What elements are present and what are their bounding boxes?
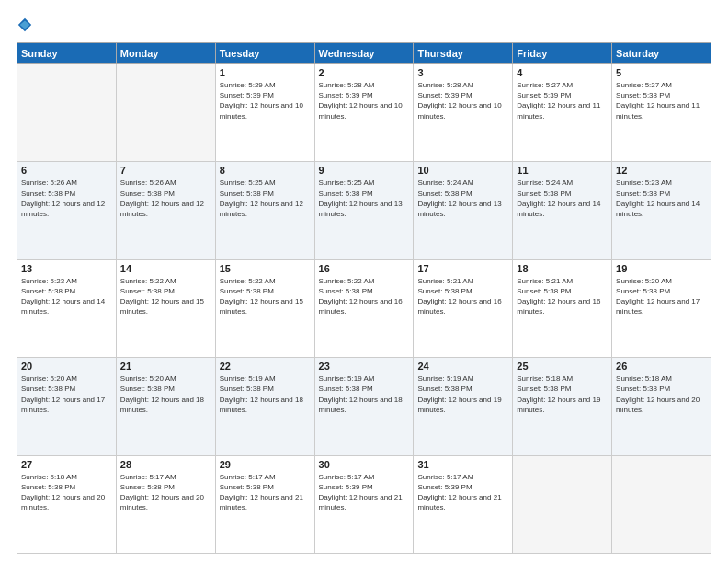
weekday-tuesday: Tuesday [215, 43, 314, 64]
calendar-cell: 6Sunrise: 5:26 AMSunset: 5:38 PMDaylight… [17, 162, 117, 259]
calendar-cell: 8Sunrise: 5:25 AMSunset: 5:38 PMDaylight… [215, 162, 314, 259]
day-number: 20 [21, 361, 112, 372]
weekday-wednesday: Wednesday [314, 43, 414, 64]
day-detail: Sunrise: 5:23 AMSunset: 5:38 PMDaylight:… [616, 178, 707, 219]
day-number: 5 [616, 67, 707, 78]
calendar-cell: 26Sunrise: 5:18 AMSunset: 5:38 PMDayligh… [612, 358, 711, 455]
page: SundayMondayTuesdayWednesdayThursdayFrid… [0, 0, 728, 563]
day-detail: Sunrise: 5:28 AMSunset: 5:39 PMDaylight:… [417, 80, 508, 121]
calendar-cell [612, 455, 711, 553]
day-detail: Sunrise: 5:23 AMSunset: 5:38 PMDaylight:… [21, 276, 112, 317]
day-detail: Sunrise: 5:18 AMSunset: 5:38 PMDaylight:… [21, 472, 112, 513]
day-number: 3 [417, 67, 508, 78]
calendar-cell: 3Sunrise: 5:28 AMSunset: 5:39 PMDaylight… [414, 64, 513, 162]
calendar-cell: 16Sunrise: 5:22 AMSunset: 5:38 PMDayligh… [314, 259, 414, 357]
day-detail: Sunrise: 5:27 AMSunset: 5:39 PMDaylight:… [517, 80, 608, 121]
calendar-table: SundayMondayTuesdayWednesdayThursdayFrid… [17, 42, 711, 554]
day-number: 6 [21, 165, 112, 176]
day-detail: Sunrise: 5:22 AMSunset: 5:38 PMDaylight:… [319, 276, 410, 317]
weekday-sunday: Sunday [17, 43, 117, 64]
calendar-cell: 2Sunrise: 5:28 AMSunset: 5:39 PMDaylight… [314, 64, 414, 162]
weekday-thursday: Thursday [414, 43, 513, 64]
day-detail: Sunrise: 5:20 AMSunset: 5:38 PMDaylight:… [120, 373, 211, 415]
weekday-saturday: Saturday [612, 43, 711, 64]
calendar-cell: 12Sunrise: 5:23 AMSunset: 5:38 PMDayligh… [612, 162, 711, 259]
calendar-cell [116, 64, 215, 162]
day-number: 2 [319, 67, 410, 78]
day-detail: Sunrise: 5:19 AMSunset: 5:38 PMDaylight:… [319, 373, 410, 415]
day-detail: Sunrise: 5:22 AMSunset: 5:38 PMDaylight:… [120, 276, 211, 317]
week-row-5: 27Sunrise: 5:18 AMSunset: 5:38 PMDayligh… [17, 455, 711, 553]
day-detail: Sunrise: 5:29 AMSunset: 5:39 PMDaylight:… [220, 80, 311, 121]
calendar-cell: 4Sunrise: 5:27 AMSunset: 5:39 PMDaylight… [513, 64, 612, 162]
calendar-cell: 5Sunrise: 5:27 AMSunset: 5:38 PMDaylight… [612, 64, 711, 162]
day-detail: Sunrise: 5:26 AMSunset: 5:38 PMDaylight:… [21, 178, 112, 219]
day-detail: Sunrise: 5:25 AMSunset: 5:38 PMDaylight:… [220, 178, 311, 219]
day-detail: Sunrise: 5:28 AMSunset: 5:39 PMDaylight:… [319, 80, 410, 121]
day-number: 14 [120, 263, 211, 274]
weekday-header-row: SundayMondayTuesdayWednesdayThursdayFrid… [17, 43, 711, 64]
week-row-1: 1Sunrise: 5:29 AMSunset: 5:39 PMDaylight… [17, 64, 711, 162]
calendar-cell: 27Sunrise: 5:18 AMSunset: 5:38 PMDayligh… [17, 455, 117, 553]
calendar-cell [17, 64, 117, 162]
calendar-cell: 25Sunrise: 5:18 AMSunset: 5:38 PMDayligh… [513, 358, 612, 455]
day-number: 1 [220, 67, 311, 78]
day-detail: Sunrise: 5:26 AMSunset: 5:38 PMDaylight:… [120, 178, 211, 219]
day-number: 11 [517, 165, 608, 176]
day-detail: Sunrise: 5:22 AMSunset: 5:38 PMDaylight:… [220, 276, 311, 317]
day-detail: Sunrise: 5:17 AMSunset: 5:39 PMDaylight:… [417, 472, 508, 513]
day-detail: Sunrise: 5:20 AMSunset: 5:38 PMDaylight:… [21, 373, 112, 415]
calendar-cell: 19Sunrise: 5:20 AMSunset: 5:38 PMDayligh… [612, 259, 711, 357]
calendar-cell: 14Sunrise: 5:22 AMSunset: 5:38 PMDayligh… [116, 259, 215, 357]
day-number: 18 [517, 263, 608, 274]
day-detail: Sunrise: 5:18 AMSunset: 5:38 PMDaylight:… [616, 373, 707, 415]
calendar-cell [513, 455, 612, 553]
day-number: 27 [21, 459, 112, 470]
logo [17, 17, 37, 33]
day-number: 17 [417, 263, 508, 274]
day-detail: Sunrise: 5:21 AMSunset: 5:38 PMDaylight:… [417, 276, 508, 317]
day-number: 8 [220, 165, 311, 176]
day-detail: Sunrise: 5:18 AMSunset: 5:38 PMDaylight:… [517, 373, 608, 415]
week-row-4: 20Sunrise: 5:20 AMSunset: 5:38 PMDayligh… [17, 358, 711, 455]
calendar-cell: 29Sunrise: 5:17 AMSunset: 5:38 PMDayligh… [215, 455, 314, 553]
calendar-cell: 10Sunrise: 5:24 AMSunset: 5:38 PMDayligh… [414, 162, 513, 259]
calendar-cell: 24Sunrise: 5:19 AMSunset: 5:38 PMDayligh… [414, 358, 513, 455]
calendar-cell: 7Sunrise: 5:26 AMSunset: 5:38 PMDaylight… [116, 162, 215, 259]
day-number: 16 [319, 263, 410, 274]
day-number: 7 [120, 165, 211, 176]
day-number: 21 [120, 361, 211, 372]
day-number: 31 [417, 459, 508, 470]
day-detail: Sunrise: 5:20 AMSunset: 5:38 PMDaylight:… [616, 276, 707, 317]
day-number: 9 [319, 165, 410, 176]
day-detail: Sunrise: 5:27 AMSunset: 5:38 PMDaylight:… [616, 80, 707, 121]
logo-icon [17, 17, 33, 33]
day-number: 12 [616, 165, 707, 176]
day-detail: Sunrise: 5:17 AMSunset: 5:39 PMDaylight:… [319, 472, 410, 513]
calendar-cell: 20Sunrise: 5:20 AMSunset: 5:38 PMDayligh… [17, 358, 117, 455]
calendar-cell: 28Sunrise: 5:17 AMSunset: 5:38 PMDayligh… [116, 455, 215, 553]
week-row-3: 13Sunrise: 5:23 AMSunset: 5:38 PMDayligh… [17, 259, 711, 357]
day-number: 4 [517, 67, 608, 78]
day-number: 22 [220, 361, 311, 372]
day-number: 10 [417, 165, 508, 176]
day-detail: Sunrise: 5:19 AMSunset: 5:38 PMDaylight:… [220, 373, 311, 415]
day-detail: Sunrise: 5:17 AMSunset: 5:38 PMDaylight:… [120, 472, 211, 513]
calendar-cell: 30Sunrise: 5:17 AMSunset: 5:39 PMDayligh… [314, 455, 414, 553]
calendar-cell: 1Sunrise: 5:29 AMSunset: 5:39 PMDaylight… [215, 64, 314, 162]
calendar-cell: 18Sunrise: 5:21 AMSunset: 5:38 PMDayligh… [513, 259, 612, 357]
weekday-friday: Friday [513, 43, 612, 64]
day-number: 29 [220, 459, 311, 470]
day-number: 26 [616, 361, 707, 372]
day-detail: Sunrise: 5:24 AMSunset: 5:38 PMDaylight:… [517, 178, 608, 219]
week-row-2: 6Sunrise: 5:26 AMSunset: 5:38 PMDaylight… [17, 162, 711, 259]
day-detail: Sunrise: 5:24 AMSunset: 5:38 PMDaylight:… [417, 178, 508, 219]
day-number: 24 [417, 361, 508, 372]
day-number: 13 [21, 263, 112, 274]
weekday-monday: Monday [116, 43, 215, 64]
day-number: 15 [220, 263, 311, 274]
day-detail: Sunrise: 5:17 AMSunset: 5:38 PMDaylight:… [220, 472, 311, 513]
header [17, 17, 711, 33]
day-detail: Sunrise: 5:21 AMSunset: 5:38 PMDaylight:… [517, 276, 608, 317]
day-detail: Sunrise: 5:25 AMSunset: 5:38 PMDaylight:… [319, 178, 410, 219]
